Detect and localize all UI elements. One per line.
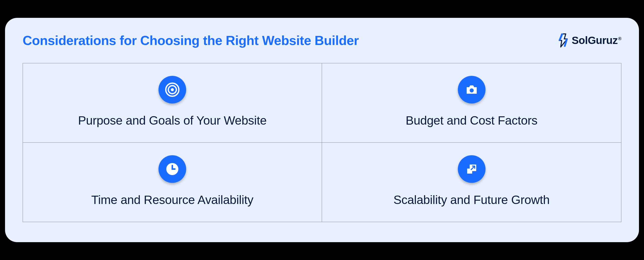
- consideration-label: Purpose and Goals of Your Website: [78, 114, 267, 127]
- consideration-label: Scalability and Future Growth: [393, 193, 550, 207]
- brand-mark-icon: [557, 33, 569, 47]
- target-icon: [158, 76, 186, 103]
- consideration-cell-scalability: Scalability and Future Growth: [322, 143, 621, 222]
- brand-name: SolGuruz®: [572, 34, 621, 46]
- clock-icon: [158, 155, 186, 183]
- considerations-grid: Purpose and Goals of Your Website Budget…: [23, 63, 621, 222]
- card-title: Considerations for Choosing the Right We…: [23, 33, 359, 48]
- camera-icon: [458, 76, 486, 103]
- consideration-cell-budget: Budget and Cost Factors: [322, 63, 621, 143]
- expand-icon: [458, 155, 486, 183]
- info-card: Considerations for Choosing the Right We…: [5, 18, 639, 242]
- brand-logo: SolGuruz®: [557, 33, 621, 47]
- card-header: Considerations for Choosing the Right We…: [23, 33, 621, 48]
- svg-point-3: [470, 88, 474, 92]
- svg-point-2: [171, 88, 174, 91]
- consideration-label: Budget and Cost Factors: [406, 114, 537, 127]
- consideration-cell-purpose: Purpose and Goals of Your Website: [23, 63, 322, 143]
- consideration-cell-time: Time and Resource Availability: [23, 143, 322, 222]
- consideration-label: Time and Resource Availability: [91, 193, 254, 207]
